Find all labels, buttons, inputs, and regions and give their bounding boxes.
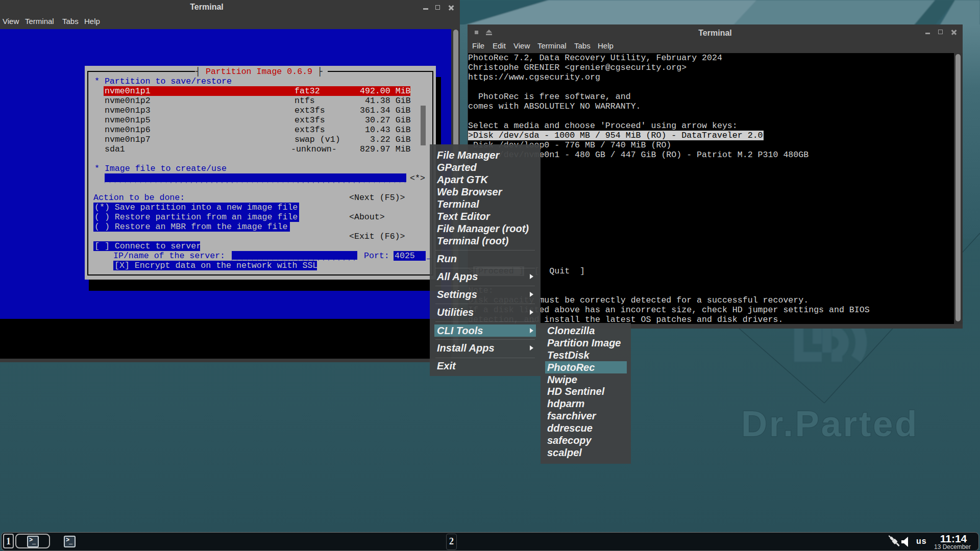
svg-text:Dr.Parted: Dr.Parted xyxy=(741,404,919,444)
